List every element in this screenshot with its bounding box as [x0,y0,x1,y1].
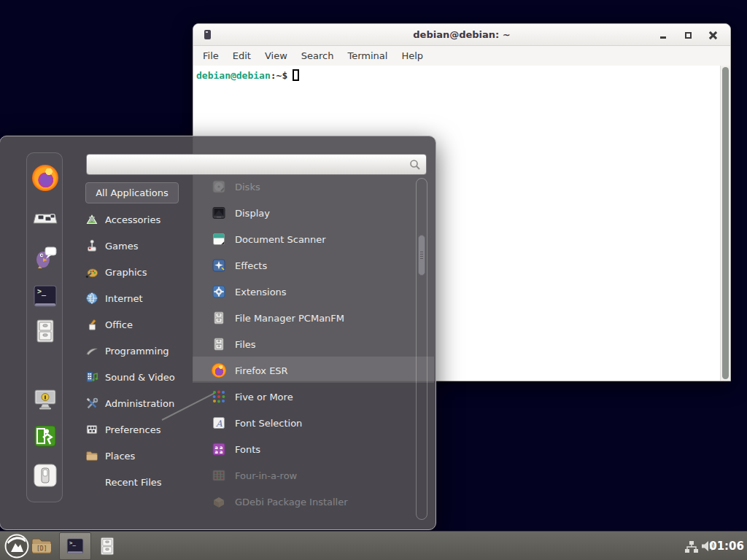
app-disks[interactable]: Disks [193,174,417,200]
gdebi-icon [212,494,226,509]
category-games[interactable]: Games [85,233,193,259]
minimize-button[interactable] [653,24,673,46]
category-recent-files[interactable]: Recent Files [85,469,193,495]
terminal-prompt: debian@debian:~$ [196,69,299,81]
internet-icon [85,292,98,305]
file-cabinet-icon [212,311,226,325]
app-label: File Manager PCManFM [235,313,344,324]
menu-search[interactable]: Search [301,50,334,61]
network-tray-item[interactable] [684,540,699,553]
terminal-titlebar[interactable]: debian@debian: ~ [193,24,730,46]
favorites-panel: >_ [26,152,63,502]
svg-text:a a: a a [214,449,222,455]
menu-view[interactable]: View [265,50,287,61]
app-label: Four-in-a-row [235,470,297,481]
category-programming[interactable]: Programming [85,338,193,364]
four-in-a-row-icon [212,468,226,483]
favorite-firefox[interactable] [32,165,58,191]
log-out-button[interactable] [32,423,58,449]
app-five-or-more[interactable]: Five or More [193,384,417,410]
maximize-button[interactable] [678,24,698,46]
app-display[interactable]: Display [193,200,417,226]
preferences-icon [85,423,98,436]
close-button[interactable] [703,24,723,46]
pidgin-icon [32,244,58,270]
taskbar-menu-button[interactable] [4,534,29,559]
category-preferences[interactable]: Preferences [85,416,193,443]
terminal-icon: >_ [65,537,85,556]
app-font-selection[interactable]: A Font Selection [193,410,417,436]
app-four-in-a-row[interactable]: Four-in-a-row [193,462,417,489]
prompt-path: :~$ [271,70,287,81]
disks-icon [212,179,226,194]
favorite-keyboard[interactable] [32,206,58,232]
search-icon [409,159,421,171]
application-menu: >_ All Applications Accessories [0,136,436,530]
terminal-scrollbar-thumb[interactable] [722,67,729,379]
quit-button[interactable] [32,462,58,489]
category-label: Accessories [105,214,160,225]
taskbar-clock[interactable]: 01:06 [709,540,744,553]
distro-menu-icon [4,534,29,559]
category-accessories[interactable]: Accessories [85,206,193,233]
category-office[interactable]: Office [85,311,193,338]
category-label: Administration [105,398,174,409]
app-label: Firefox ESR [235,365,288,376]
all-applications-button[interactable]: All Applications [85,182,179,203]
applications-scrollbar[interactable] [416,178,427,520]
app-label: Files [235,339,256,350]
menu-edit[interactable]: Edit [233,50,251,61]
favorite-terminal[interactable]: >_ [32,283,58,309]
category-label: Preferences [105,424,160,435]
category-places[interactable]: Places [85,443,193,469]
svg-text:A: A [215,419,222,429]
app-document-scanner[interactable]: Document Scanner [193,226,417,252]
programming-icon [85,344,98,357]
app-gdebi-package-installer[interactable]: GDebi Package Installer [193,489,417,515]
firefox-icon [32,165,58,191]
category-internet[interactable]: Internet [85,285,193,311]
search-input[interactable] [86,154,427,175]
applications-list: Disks Display Document Scanner Effects E… [193,174,417,515]
accessories-icon [85,213,98,226]
menu-terminal[interactable]: Terminal [347,50,387,61]
category-graphics[interactable]: Graphics [85,259,193,285]
taskbar-terminal-button-active[interactable]: >_ [59,532,91,560]
terminal-cursor [293,69,299,81]
graphics-icon [85,265,98,279]
app-label: Effects [235,260,267,271]
app-file-manager-pcmanfm[interactable]: File Manager PCManFM [193,305,417,331]
applications-scrollbar-thumb[interactable] [418,235,425,276]
keyboard-icon [32,206,58,232]
favorite-file-manager[interactable] [32,318,58,344]
lock-screen-button[interactable] [32,386,58,413]
terminal-scrollbar[interactable] [720,66,730,381]
app-label: Fonts [235,444,260,455]
five-or-more-icon [212,389,226,404]
maximize-icon [685,32,692,39]
app-label: Display [235,208,270,219]
categories-list: Accessories Games Graphics Internet Offi… [85,206,193,495]
category-label: Sound & Video [105,372,175,383]
menu-file[interactable]: File [203,50,219,61]
app-firefox-esr[interactable]: Firefox ESR [193,357,417,384]
taskbar-file-manager-launcher[interactable]: [D] [31,536,53,556]
category-sound-video[interactable]: Sound & Video [85,364,193,390]
menu-help[interactable]: Help [401,50,423,61]
app-extensions[interactable]: Extensions [193,279,417,305]
games-icon [85,239,98,252]
taskbar-file-cabinet-launcher[interactable] [97,535,117,557]
app-label: Disks [235,182,260,192]
prompt-user-host: debian@debian [196,70,271,81]
app-files[interactable]: Files [193,331,417,357]
category-label: Recent Files [105,477,162,488]
file-cabinet-icon [212,337,226,351]
administration-icon [85,397,98,410]
category-label: Internet [105,293,143,304]
category-label: Programming [105,346,169,357]
app-fonts[interactable]: a aa a Fonts [193,436,417,462]
app-effects[interactable]: Effects [193,252,417,279]
effects-icon [212,258,226,273]
favorite-pidgin[interactable] [32,244,58,270]
category-label: Games [105,241,138,252]
